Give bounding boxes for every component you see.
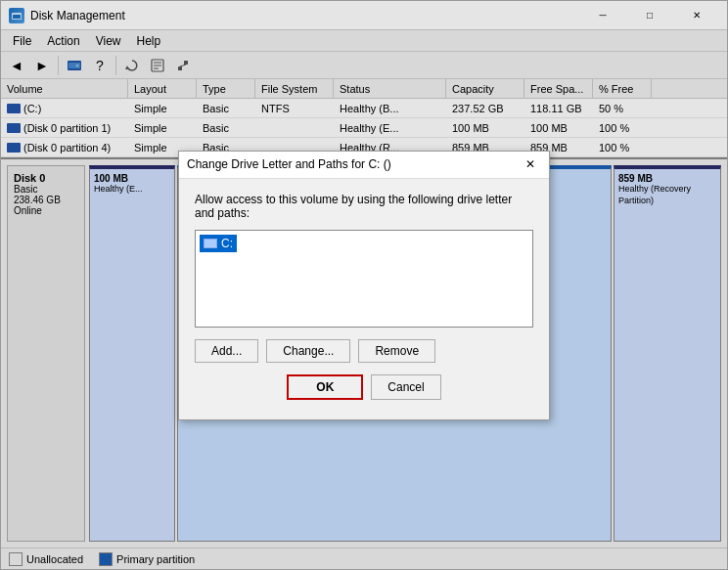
cancel-button[interactable]: Cancel	[371, 374, 440, 400]
dialog-title-bar: Change Drive Letter and Paths for C: () …	[179, 152, 549, 179]
dialog-description: Allow access to this volume by using the…	[195, 193, 533, 220]
dialog-title: Change Drive Letter and Paths for C: ()	[187, 157, 391, 171]
dialog-content: Allow access to this volume by using the…	[179, 179, 549, 419]
path-item[interactable]: C:	[200, 235, 237, 252]
add-button[interactable]: Add...	[195, 339, 258, 363]
path-drive-letter: C:	[221, 237, 233, 250]
path-hdd-icon	[204, 239, 217, 248]
change-button[interactable]: Change...	[266, 339, 350, 363]
remove-button[interactable]: Remove	[358, 339, 435, 363]
dialog-change-drive-letter: Change Drive Letter and Paths for C: () …	[178, 151, 550, 420]
dialog-action-row: Add... Change... Remove	[195, 339, 533, 363]
dialog-ok-row: OK Cancel	[195, 374, 533, 406]
ok-button[interactable]: OK	[287, 374, 363, 400]
dialog-overlay: Change Drive Letter and Paths for C: () …	[1, 1, 727, 569]
main-window: Disk Management ─ □ ✕ File Action View H…	[0, 0, 728, 570]
dialog-close-button[interactable]: ✕	[520, 153, 541, 175]
path-listbox[interactable]: C:	[195, 230, 533, 328]
